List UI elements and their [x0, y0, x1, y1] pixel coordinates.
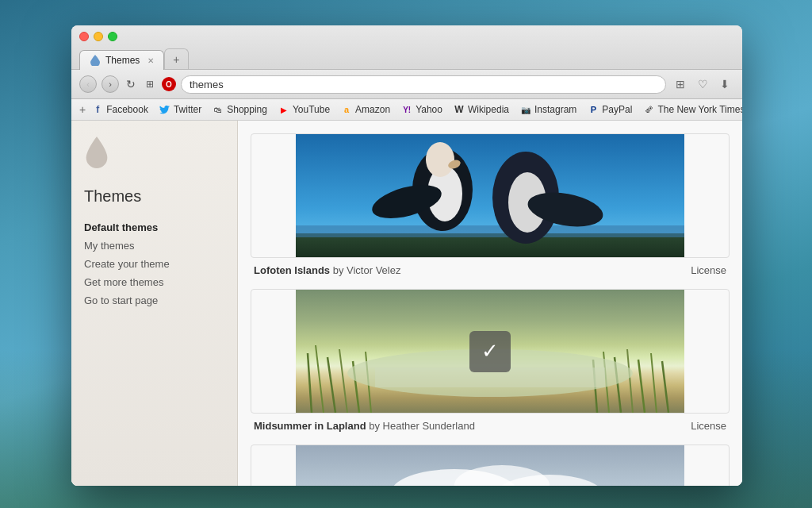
browser-window: Themes ✕ + ‹ › ↻ ⊞ O themes ⊞ ♡ ⬇ — [71, 25, 742, 486]
theme-name-bold: Lofoten Islands — [254, 264, 330, 276]
yahoo-icon: Y! — [401, 104, 412, 115]
tabs-row: Themes ✕ + — [79, 48, 734, 69]
sidebar-nav: Default themes My themes Create your the… — [84, 218, 224, 310]
maximize-button[interactable] — [108, 32, 117, 41]
tab-close-icon[interactable]: ✕ — [147, 56, 154, 65]
instagram-icon: 📷 — [520, 104, 531, 115]
sidebar-item-start-page[interactable]: Go to start page — [84, 291, 224, 310]
theme-name-midsummer: Midsummer in Lapland by Heather Sunderla… — [254, 420, 475, 432]
svg-rect-2 — [296, 225, 684, 237]
sidebar-item-my-themes[interactable]: My themes — [84, 237, 224, 255]
bookmark-paypal[interactable]: P PayPal — [583, 102, 637, 117]
theme-image-lofoten[interactable] — [251, 133, 730, 258]
mountains-image — [251, 445, 729, 486]
theme-license-lofoten[interactable]: License — [691, 264, 726, 276]
theme-author: by Heather Sunderland — [369, 420, 475, 432]
grid-icon: ⊞ — [146, 79, 154, 90]
theme-name-lofoten: Lofoten Islands by Victor Velez — [254, 264, 400, 276]
heart-icon-btn[interactable]: ♡ — [693, 75, 712, 94]
opera-drop-logo — [84, 137, 109, 168]
forward-button[interactable]: › — [102, 75, 119, 93]
tab-themes[interactable]: Themes ✕ — [79, 50, 164, 70]
sidebar-logo — [84, 137, 224, 178]
forward-icon: › — [109, 79, 112, 89]
twitter-icon — [159, 104, 170, 115]
person-icon-btn[interactable]: ⬇ — [715, 75, 734, 94]
bookmark-nytimes[interactable]: 🗞 The New York Times — [638, 102, 742, 117]
content-area: Themes Default themes My themes Create y… — [71, 121, 742, 486]
bookmark-facebook[interactable]: f Facebook — [87, 102, 153, 117]
bookmark-label: The New York Times — [657, 104, 742, 115]
theme-image-mountains[interactable] — [251, 444, 730, 486]
bookmarks-add-button[interactable]: + — [79, 102, 86, 117]
new-tab-button[interactable]: + — [164, 48, 188, 70]
tab-favicon — [90, 55, 101, 66]
bookmark-label: Shopping — [227, 104, 267, 115]
bookmark-yahoo[interactable]: Y! Yahoo — [396, 102, 447, 117]
sidebar-item-default-themes[interactable]: Default themes — [84, 218, 224, 237]
tab-label: Themes — [105, 55, 140, 66]
sidebar-title: Themes — [84, 187, 224, 206]
theme-license-midsummer[interactable]: License — [691, 420, 726, 432]
theme-item-lofoten: Lofoten Islands by Victor Velez License — [238, 121, 742, 289]
bookmark-label: Amazon — [355, 104, 390, 115]
theme-item-mountains — [238, 444, 742, 486]
sidebar-item-get-more[interactable]: Get more themes — [84, 273, 224, 291]
opera-icon: O — [162, 77, 176, 91]
paypal-icon: P — [588, 104, 599, 115]
bookmarks-icon-btn[interactable]: ⊞ — [671, 75, 690, 94]
bookmark-amazon[interactable]: a Amazon — [336, 102, 395, 117]
refresh-icon: ↻ — [126, 78, 136, 90]
toolbar-icons: ⊞ ♡ ⬇ — [671, 75, 734, 94]
theme-item-midsummer: ✓ Midsummer in Lapland by Heather Sunder… — [238, 289, 742, 444]
sidebar: Themes Default themes My themes Create y… — [71, 121, 238, 486]
bookmark-instagram[interactable]: 📷 Instagram — [515, 102, 581, 117]
selected-badge: ✓ — [469, 331, 511, 372]
facebook-icon: f — [92, 104, 103, 115]
theme-name-bold: Midsummer in Lapland — [254, 420, 366, 432]
wikipedia-icon: W — [454, 104, 465, 115]
bookmark-twitter[interactable]: Twitter — [155, 102, 206, 117]
url-bar[interactable]: themes — [181, 75, 666, 94]
lofoten-image — [251, 134, 729, 257]
toolbar: ‹ › ↻ ⊞ O themes ⊞ ♡ ⬇ — [71, 70, 742, 99]
bookmark-label: Twitter — [174, 104, 201, 115]
bookmark-shopping[interactable]: 🛍 Shopping — [208, 102, 272, 117]
title-bar: Themes ✕ + — [71, 25, 742, 70]
theme-author: by Victor Velez — [333, 264, 401, 276]
theme-info-lofoten: Lofoten Islands by Victor Velez License — [251, 258, 730, 276]
back-button[interactable]: ‹ — [79, 75, 97, 93]
sidebar-item-create-theme[interactable]: Create your theme — [84, 255, 224, 273]
theme-info-midsummer: Midsummer in Lapland by Heather Sunderla… — [251, 414, 730, 432]
bookmark-youtube[interactable]: ▶ YouTube — [274, 102, 335, 117]
bookmark-wikipedia[interactable]: W Wikipedia — [449, 102, 514, 117]
refresh-button[interactable]: ↻ — [124, 77, 138, 91]
bookmark-label: YouTube — [293, 104, 330, 115]
traffic-lights — [79, 32, 734, 41]
close-button[interactable] — [79, 32, 89, 41]
bookmark-label: Instagram — [534, 104, 576, 115]
url-text: themes — [190, 79, 224, 90]
amazon-icon: a — [341, 104, 352, 115]
minimize-button[interactable] — [94, 32, 103, 41]
svg-point-5 — [426, 142, 454, 177]
youtube-icon: ▶ — [278, 104, 289, 115]
back-icon: ‹ — [86, 79, 90, 89]
theme-image-midsummer[interactable]: ✓ — [251, 289, 730, 414]
bookmark-label: Yahoo — [416, 104, 442, 115]
shopping-icon: 🛍 — [213, 104, 224, 115]
themes-content[interactable]: Lofoten Islands by Victor Velez License — [238, 121, 742, 486]
bookmark-label: PayPal — [602, 104, 632, 115]
bookmark-label: Facebook — [106, 104, 148, 115]
nytimes-icon: 🗞 — [643, 104, 654, 115]
bookmark-label: Wikipedia — [468, 104, 509, 115]
bookmarks-bar: + f Facebook Twitter 🛍 Shopping ▶ YouTub… — [71, 99, 742, 121]
grid-button[interactable]: ⊞ — [143, 77, 157, 91]
checkmark-icon: ✓ — [481, 339, 499, 364]
